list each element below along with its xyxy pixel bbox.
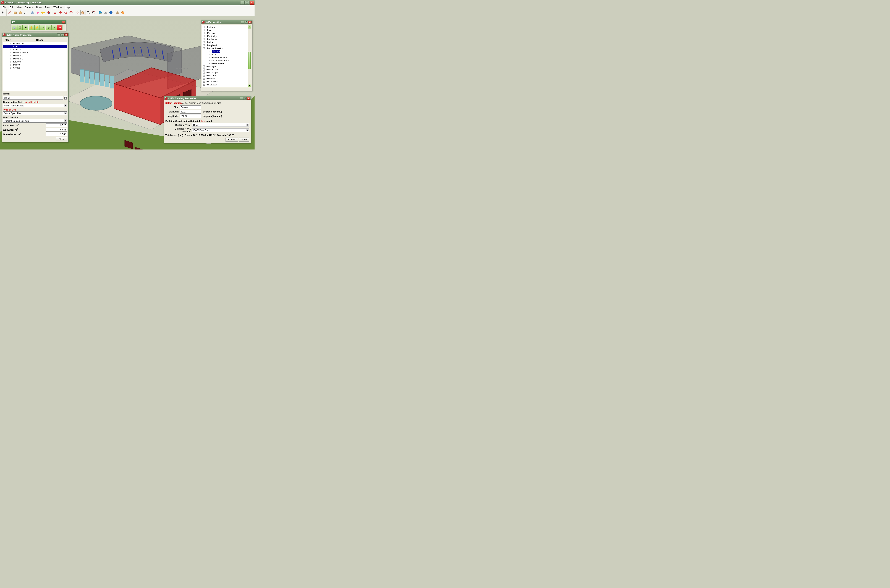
- tree-node[interactable]: +Nebraska: [202, 86, 251, 87]
- toggle-terrain-icon[interactable]: [103, 10, 108, 15]
- save-name-icon[interactable]: 💾: [64, 96, 67, 100]
- ies-help-icon[interactable]: ?: [51, 25, 57, 30]
- room-row[interactable]: 1Office: [3, 45, 67, 48]
- tree-expander-icon[interactable]: +: [203, 84, 205, 86]
- maximize-button[interactable]: ❐: [245, 1, 249, 4]
- type-of-use-link[interactable]: Type of Use: [3, 108, 16, 111]
- room-row[interactable]: 0Reception: [3, 42, 67, 45]
- zoom-extents-icon[interactable]: [91, 10, 96, 15]
- tree-node[interactable]: +Louisiana: [202, 38, 251, 41]
- tree-node[interactable]: Provincetown-: [202, 56, 251, 59]
- select-location-link[interactable]: Select location: [165, 102, 182, 104]
- room-row[interactable]: 0Meeting 1: [3, 57, 67, 60]
- pan-hand-icon[interactable]: [81, 10, 86, 15]
- tree-node[interactable]: Worchester: [202, 62, 251, 65]
- tree-node[interactable]: +Montana: [202, 77, 251, 80]
- select-arrow-icon[interactable]: [1, 10, 6, 15]
- room-min-button[interactable]: _: [57, 33, 60, 36]
- ies-refresh-icon[interactable]: ⟳: [40, 25, 45, 30]
- ies-bolt-icon[interactable]: ⚡: [35, 25, 40, 30]
- construction-new-link[interactable]: new: [23, 101, 27, 104]
- ies-hand-icon[interactable]: ✋: [29, 25, 34, 30]
- tree-node[interactable]: +Kentucky: [202, 35, 251, 38]
- construction-edit-link[interactable]: edit: [28, 101, 32, 104]
- minimize-button[interactable]: _: [240, 1, 245, 4]
- menu-file[interactable]: File: [1, 6, 8, 9]
- bp-max-button[interactable]: ❐: [243, 97, 246, 100]
- tree-expander-icon[interactable]: +: [203, 44, 205, 46]
- col-floor[interactable]: Floor: [3, 38, 12, 42]
- tree-expander-icon[interactable]: +: [203, 78, 205, 80]
- tree-node[interactable]: +Minnesota: [202, 68, 251, 71]
- tree-expander-icon[interactable]: +: [203, 72, 205, 74]
- col-room[interactable]: Room: [12, 38, 67, 42]
- eraser-icon[interactable]: [35, 10, 40, 15]
- google-earth-icon[interactable]: [108, 10, 113, 15]
- scroll-down-icon[interactable]: ▼: [248, 84, 251, 87]
- tree-expander-icon[interactable]: +: [203, 41, 205, 43]
- menu-window[interactable]: Window: [52, 6, 63, 9]
- tree-node[interactable]: +Kansas: [202, 32, 251, 35]
- room-close-footer-button[interactable]: Close: [56, 137, 67, 141]
- rotate-icon[interactable]: [63, 10, 68, 15]
- tree-node[interactable]: +Maine: [202, 41, 251, 44]
- menu-draw[interactable]: Draw: [35, 6, 43, 9]
- tree-expander-icon[interactable]: −: [203, 47, 205, 49]
- ies-list-icon[interactable]: ☰: [23, 25, 28, 30]
- room-row[interactable]: 0Closet: [3, 66, 67, 69]
- tree-node[interactable]: Boston: [202, 50, 251, 53]
- type-of-use-combo[interactable]: Office Open Plan: [3, 111, 67, 115]
- zoom-icon[interactable]: [86, 10, 91, 15]
- pencil-icon[interactable]: [7, 10, 12, 15]
- tree-node[interactable]: +N-Carolina: [202, 80, 251, 83]
- close-button[interactable]: ✕: [249, 1, 254, 4]
- bp-cancel-button[interactable]: Cancel: [225, 138, 238, 142]
- room-row[interactable]: 0Director: [3, 63, 67, 66]
- menu-help[interactable]: Help: [63, 6, 71, 9]
- tree-node[interactable]: +Iowa: [202, 28, 251, 32]
- tree-expander-icon[interactable]: +: [203, 26, 205, 28]
- tree-node[interactable]: +Michigan: [202, 65, 251, 68]
- bp-min-button[interactable]: _: [240, 97, 243, 100]
- scroll-up-icon[interactable]: ▲: [248, 25, 251, 28]
- room-row[interactable]: 0Kitchen: [3, 60, 67, 63]
- bp-save-button[interactable]: Save: [239, 138, 249, 142]
- menu-tools[interactable]: Tools: [44, 6, 52, 9]
- get-location-icon[interactable]: [98, 10, 103, 15]
- tree-node[interactable]: +Missouri: [202, 74, 251, 77]
- room-table[interactable]: Floor Room 0Reception1Office0Office 20Me…: [3, 38, 67, 91]
- arc-icon[interactable]: [23, 10, 28, 15]
- loc-close-button[interactable]: ✕: [248, 21, 252, 24]
- hvac-combo[interactable]: Radiant Cooled Ceilings: [3, 119, 67, 123]
- room-row[interactable]: 0Office 2: [3, 48, 67, 51]
- tree-node[interactable]: South-Weymouth: [202, 59, 251, 62]
- move-icon[interactable]: [58, 10, 63, 15]
- tree-expander-icon[interactable]: +: [203, 75, 205, 76]
- tree-expander-icon[interactable]: +: [203, 66, 205, 68]
- room-row[interactable]: 0Meeting Lobby: [3, 51, 67, 54]
- offset-icon[interactable]: [69, 10, 74, 15]
- room-row[interactable]: 0Meeting 2: [3, 54, 67, 57]
- tree-node[interactable]: −Massachusetts: [202, 47, 251, 50]
- tree-expander-icon[interactable]: +: [203, 87, 205, 87]
- location-tree[interactable]: +Indiana+Iowa+Kansas+Kentucky+Louisiana+…: [202, 25, 251, 87]
- tree-scrollbar[interactable]: ▲ ▼: [248, 25, 251, 87]
- room-close-button[interactable]: ✕: [65, 33, 68, 36]
- component-box-icon[interactable]: [115, 10, 120, 15]
- lat-input[interactable]: [180, 110, 201, 114]
- tree-expander-icon[interactable]: +: [203, 81, 205, 82]
- ies-building-icon[interactable]: 🏢: [12, 25, 17, 30]
- menu-view[interactable]: View: [15, 6, 23, 9]
- share-model-icon[interactable]: [120, 10, 125, 15]
- loc-min-button[interactable]: _: [241, 21, 245, 24]
- construction-set-combo[interactable]: High Thermal Mass: [3, 104, 67, 107]
- room-max-button[interactable]: ❐: [61, 33, 64, 36]
- tree-expander-icon[interactable]: +: [203, 38, 205, 40]
- scroll-thumb[interactable]: [248, 52, 251, 69]
- room-name-input[interactable]: [3, 96, 63, 100]
- building-hvac-combo[interactable]: V A V Dual Duct: [192, 128, 249, 132]
- city-input[interactable]: [180, 105, 201, 109]
- tree-expander-icon[interactable]: +: [203, 32, 205, 34]
- tree-expander-icon[interactable]: +: [203, 35, 205, 37]
- ies-cube-icon[interactable]: ❏: [17, 25, 23, 30]
